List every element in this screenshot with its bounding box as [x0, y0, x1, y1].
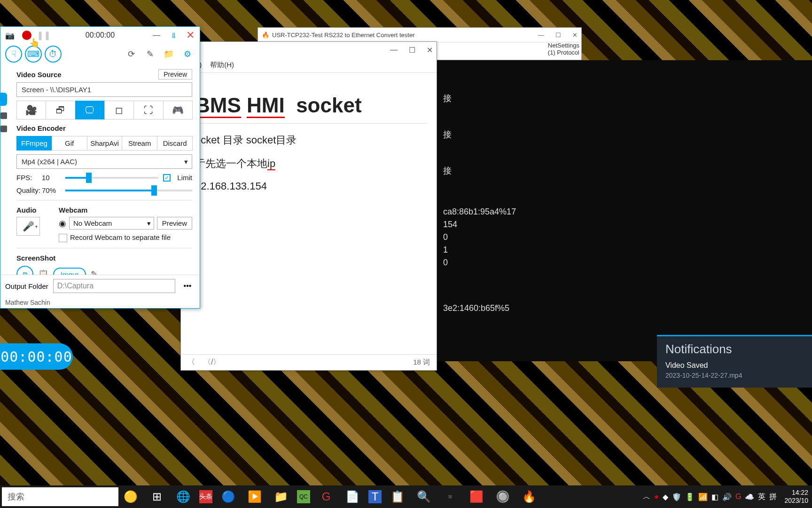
taskbar-app[interactable]: 🔥: [519, 486, 539, 507]
search-icon[interactable]: 🔍: [414, 486, 434, 507]
taskbar[interactable]: 搜索 🟡 ⊞ 🌐 头条 🔵 ▶️ 📁 QC G 📄 T 📋 🔍 ▪️ 🟥 🔘 🔥…: [0, 485, 812, 508]
captura-taskbar-icon[interactable]: 🔘: [492, 486, 513, 507]
taskbar-app[interactable]: 头条: [199, 490, 212, 503]
encoder-gif[interactable]: Gif: [52, 136, 87, 151]
pause-button[interactable]: ❚❚: [37, 29, 50, 42]
encoder-ffmpeg[interactable]: FFmpeg: [16, 136, 52, 151]
captura-titlebar[interactable]: 📷 ❚❚ 00:00:00 — ⥥ ✕: [0, 27, 200, 44]
expand-button[interactable]: ⥥: [167, 29, 180, 42]
floating-timer[interactable]: 00:00:00: [0, 343, 73, 370]
cmd-icon[interactable]: ▪️: [440, 486, 461, 507]
encoder-stream[interactable]: Stream: [122, 136, 157, 151]
quality-value: 70%: [42, 186, 61, 194]
rail-tab[interactable]: [0, 126, 7, 132]
minimize-button[interactable]: —: [390, 46, 398, 54]
tray-record-icon[interactable]: ●: [654, 492, 659, 501]
doc-titlebar[interactable]: — ☐ ✕: [181, 42, 437, 58]
back-button[interactable]: 〈: [187, 357, 195, 367]
tray-app-icon[interactable]: 🛡️: [672, 492, 681, 501]
gear-icon[interactable]: ⚙: [180, 47, 195, 62]
pencil-icon[interactable]: ✎: [91, 269, 98, 275]
clipboard-icon[interactable]: 📋: [38, 269, 48, 275]
tray-chevron-icon[interactable]: ︿: [643, 492, 650, 502]
format-select[interactable]: Mp4 (x264 | AAC)▾: [16, 154, 192, 169]
camera-icon[interactable]: 📷: [3, 29, 16, 42]
tray-volume-icon[interactable]: 🔊: [722, 492, 732, 501]
source-windows[interactable]: 🗗: [46, 101, 75, 119]
minimize-button[interactable]: —: [538, 32, 544, 39]
refresh-icon[interactable]: ⟳: [124, 47, 139, 62]
fps-slider[interactable]: [65, 177, 158, 179]
clock[interactable]: 14:22 2023/10: [784, 489, 808, 505]
webcam-select[interactable]: No Webcam▾: [69, 217, 154, 230]
word-count: 18 词: [413, 358, 430, 367]
webcam-preview-button[interactable]: Preview: [157, 217, 192, 230]
encoder-sharpavi[interactable]: SharpAvi: [87, 136, 123, 151]
video-source-select[interactable]: Screen - \\.\DISPLAY1: [16, 82, 192, 97]
video-source-label: Video Source: [16, 71, 62, 79]
more-button[interactable]: •••: [180, 279, 195, 293]
folder-icon[interactable]: 📁: [161, 47, 176, 62]
doc-body[interactable]: BMS HMI socket ocket 目录 socket目录 亍先选一个本地…: [181, 73, 437, 202]
cmd-window[interactable]: 接 接 接 ca8:86b1:95a4%17 154 0 1 0 3e2:146…: [437, 60, 812, 361]
tray-app-icon[interactable]: ◧: [711, 492, 718, 501]
ime-mode[interactable]: 拼: [769, 492, 777, 502]
pointer-icon[interactable]: ☟: [5, 46, 22, 63]
rail-tab[interactable]: [0, 112, 7, 119]
rail-tab-main[interactable]: [0, 93, 7, 106]
imgur-button[interactable]: Imgur: [53, 268, 86, 275]
source-fullscreen[interactable]: ⛶: [133, 101, 163, 119]
taskbar-app[interactable]: ▶️: [244, 486, 265, 507]
taskbar-app[interactable]: 📄: [342, 486, 363, 507]
tray-app-icon[interactable]: ◆: [663, 492, 668, 501]
encoder-discard[interactable]: Discard: [157, 136, 193, 151]
close-button[interactable]: ✕: [572, 32, 578, 39]
output-folder-input[interactable]: D:\Captura: [53, 279, 175, 293]
maximize-button[interactable]: ☐: [409, 46, 415, 55]
taskbar-app[interactable]: T: [368, 490, 382, 503]
keyboard-icon[interactable]: ⌨: [25, 46, 42, 63]
taskbar-app[interactable]: 🟡: [120, 486, 141, 507]
notification-panel[interactable]: Notifications Video Saved 2023-10-25-14-…: [657, 335, 812, 388]
ime-lang[interactable]: 英: [758, 492, 765, 502]
source-camera[interactable]: 🎥: [16, 101, 46, 119]
source-screen[interactable]: 🖵: [75, 101, 105, 119]
close-button[interactable]: ✕: [184, 29, 197, 42]
close-button[interactable]: ✕: [427, 46, 433, 55]
preview-button[interactable]: Preview: [158, 69, 192, 79]
tray-app-icon[interactable]: ☁️: [745, 492, 754, 501]
edge-icon[interactable]: 🌐: [173, 486, 194, 507]
limit-checkbox[interactable]: ✓: [163, 174, 171, 182]
webcam-separate-label: Record Webcam to separate file: [70, 233, 171, 241]
tray-wifi-icon[interactable]: 📶: [698, 492, 708, 501]
record-button[interactable]: [20, 29, 33, 42]
doc-menubar[interactable]: 题(T) 帮助(H): [181, 58, 437, 73]
taskbar-app[interactable]: 🟥: [466, 486, 487, 507]
doc-statusbar: 〈 〈/〉 18 词: [181, 354, 437, 370]
stopwatch-icon[interactable]: ⏱: [45, 46, 62, 63]
maximize-button[interactable]: ☐: [555, 32, 561, 39]
tray-battery-icon[interactable]: 🔋: [685, 492, 695, 501]
quality-slider[interactable]: [65, 190, 192, 191]
captura-window: 📷 ❚❚ 00:00:00 — ⥥ ✕ ☟ ⌨ ⏱ ⟳ ✎ 📁 ⚙ Video …: [0, 26, 200, 309]
tray-app-icon[interactable]: G: [735, 492, 741, 501]
notification-heading: Video Saved: [665, 361, 804, 370]
doc-line: 亍先选一个本地ip: [195, 157, 427, 171]
mic-button[interactable]: 🎤: [16, 217, 40, 236]
explorer-icon[interactable]: 📁: [271, 486, 291, 507]
screenshot-save-button[interactable]: 🗎: [16, 266, 33, 275]
search-input[interactable]: 搜索: [2, 487, 118, 506]
source-region[interactable]: ◻: [104, 101, 134, 119]
chrome-icon[interactable]: 🔵: [218, 486, 239, 507]
source-game[interactable]: 🎮: [163, 101, 193, 119]
captura-left-rail[interactable]: [0, 64, 7, 132]
code-view-button[interactable]: 〈/〉: [203, 357, 220, 367]
pencil-icon[interactable]: ✎: [142, 47, 157, 62]
taskbar-app[interactable]: 📋: [387, 486, 408, 507]
taskbar-app[interactable]: G: [316, 486, 336, 507]
taskview-button[interactable]: ⊞: [147, 486, 167, 507]
taskbar-app[interactable]: QC: [297, 490, 310, 503]
record-webcam-separate-checkbox[interactable]: [59, 234, 67, 242]
minimize-button[interactable]: —: [150, 29, 163, 42]
menu-help[interactable]: 帮助(H): [210, 61, 234, 70]
